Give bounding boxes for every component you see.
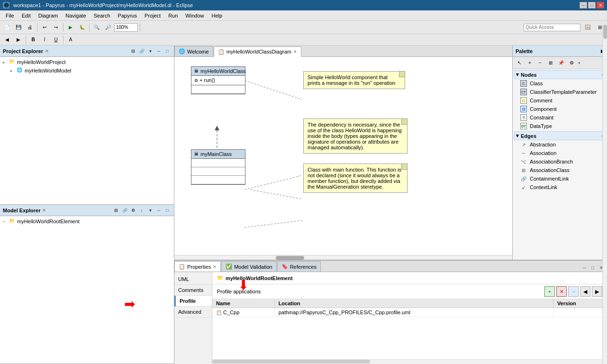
- me-sync-button[interactable]: 🔗: [121, 207, 128, 214]
- underline-button[interactable]: U: [51, 35, 61, 45]
- palette-item-association[interactable]: ─ Association: [514, 149, 606, 157]
- palette-item-class[interactable]: C Class: [514, 79, 606, 88]
- palette-item-constraint[interactable]: ? Constraint: [514, 113, 606, 122]
- palette-item-abstraction[interactable]: ↗ Abstraction: [514, 140, 606, 149]
- new-button[interactable]: 📄: [2, 22, 12, 33]
- menu-navigate[interactable]: Navigate: [62, 10, 90, 20]
- me-view-button[interactable]: ▾: [146, 207, 154, 214]
- model-root-item[interactable]: ─ 📁 myHelloWorldRootElement: [1, 217, 173, 226]
- uml-class-main[interactable]: 🏛 myMainClass: [191, 149, 245, 185]
- palette-item-assocclass[interactable]: ⊞ AssociationClass: [514, 166, 606, 174]
- minimize-panel-button[interactable]: ─: [155, 47, 163, 55]
- zoom-input[interactable]: [114, 23, 138, 32]
- menu-help[interactable]: Help: [208, 10, 226, 20]
- view-menu-button[interactable]: ▾: [146, 47, 154, 55]
- props-add-button[interactable]: +: [544, 286, 555, 297]
- palette-item-component[interactable]: ⊡ Component: [514, 105, 606, 113]
- debug-button[interactable]: 🐛: [77, 22, 87, 33]
- redo-button[interactable]: ↪: [51, 22, 61, 33]
- palette-settings-btn[interactable]: ⚙: [567, 58, 576, 68]
- diagram-hscroll[interactable]: [174, 255, 512, 260]
- palette-nodes-header[interactable]: ▾ Nodes «: [514, 70, 606, 79]
- palette-zoom-out-btn[interactable]: −: [535, 58, 545, 68]
- props-tab-uml[interactable]: UML: [174, 274, 212, 285]
- tab-welcome[interactable]: 🌐 Welcome: [174, 46, 213, 56]
- project-item-model[interactable]: ▸ 🌐 myHelloWorldModel: [1, 66, 173, 75]
- menu-edit[interactable]: Edit: [18, 10, 35, 20]
- me-maximize-button[interactable]: □: [163, 207, 171, 214]
- tab-diagram[interactable]: 📋 myHelloWorldClassDiagram ✕: [214, 46, 301, 57]
- me-sort-button[interactable]: ↕: [138, 207, 145, 214]
- palette-pin-btn[interactable]: 📌: [556, 58, 566, 68]
- maximize-panel-button[interactable]: □: [163, 47, 171, 55]
- props-remove-button[interactable]: ✕: [556, 286, 567, 297]
- props-right-button[interactable]: ▶: [592, 286, 602, 297]
- uml-class-helloworld[interactable]: 🏛 myHelloWorldClass ⚙ + run(): [191, 66, 245, 94]
- note-dependency[interactable]: The dependency is necessary, since the u…: [303, 118, 408, 154]
- tab-properties[interactable]: 📋 Properties ✕: [174, 261, 221, 272]
- palette-item-containment[interactable]: 🔗 ContainmentLink: [514, 174, 606, 183]
- zoom-out-button[interactable]: 🔎: [103, 22, 113, 33]
- bottom-minimize-btn[interactable]: ─: [580, 264, 588, 272]
- project-item-hello-world[interactable]: ▸ 📁 myHelloWorldProject: [1, 58, 173, 66]
- link-editor-button[interactable]: 🔗: [138, 47, 145, 55]
- tab-validation[interactable]: ✅ Model Validation: [221, 261, 277, 272]
- palette-item-classifier[interactable]: CT ClassifierTemplateParameter: [514, 88, 606, 96]
- palette-select-btn[interactable]: ↖: [515, 58, 524, 68]
- close-button[interactable]: ✕: [597, 2, 604, 9]
- run-button[interactable]: ▶: [65, 22, 76, 33]
- back-button[interactable]: ◀: [2, 35, 12, 45]
- props-tab-advanced[interactable]: Advanced: [174, 307, 212, 318]
- palette-item-comment[interactable]: □ Comment: [514, 96, 606, 105]
- menu-diagram[interactable]: Diagram: [35, 10, 62, 20]
- props-left-button[interactable]: ◀: [580, 286, 590, 297]
- bold-button[interactable]: B: [28, 35, 38, 45]
- menu-papyrus[interactable]: Papyrus: [114, 10, 141, 20]
- print-button[interactable]: 🖨: [25, 22, 35, 33]
- zoom-in-button[interactable]: 🔍: [91, 22, 102, 33]
- menu-search[interactable]: Search: [90, 10, 114, 20]
- props-tab-comments[interactable]: Comments: [174, 285, 212, 296]
- props-hscroll[interactable]: [212, 359, 607, 364]
- props-nav-button[interactable]: →: [568, 286, 579, 297]
- me-filter-button[interactable]: ⚙: [129, 207, 137, 214]
- palette-edges-header[interactable]: ▾ Edges «: [514, 131, 606, 140]
- menu-run[interactable]: Run: [164, 10, 181, 20]
- quick-access-input[interactable]: [524, 24, 580, 31]
- palette-vscroll-thumb[interactable]: [603, 25, 607, 39]
- palette-item-assocbranch[interactable]: ⌥ AssociationBranch: [514, 157, 606, 166]
- bottom-maximize-btn[interactable]: □: [589, 264, 597, 272]
- palette-zoom-in-btn[interactable]: +: [525, 58, 535, 68]
- italic-button[interactable]: I: [39, 35, 50, 45]
- save-button[interactable]: 💾: [13, 22, 24, 33]
- model-explorer-close-icon[interactable]: ✕: [42, 208, 46, 213]
- props-hscroll-thumb[interactable]: [212, 360, 370, 364]
- note-helloworld[interactable]: Simple HelloWorld component that prints …: [303, 71, 405, 89]
- font-button[interactable]: A: [65, 35, 76, 45]
- tab-references[interactable]: 🔖 References: [277, 261, 321, 272]
- tab-properties-close[interactable]: ✕: [213, 264, 217, 269]
- maximize-button[interactable]: □: [588, 2, 596, 9]
- collapse-all-button[interactable]: ⊟: [129, 47, 137, 55]
- perspective-button[interactable]: 🪟: [582, 22, 593, 33]
- palette-item-datatype[interactable]: DT DataType: [514, 122, 606, 130]
- me-collapse-button[interactable]: ⊟: [112, 207, 120, 214]
- project-explorer-close-icon[interactable]: ✕: [45, 49, 49, 54]
- undo-button[interactable]: ↩: [39, 22, 50, 33]
- minimize-button[interactable]: ─: [580, 2, 587, 9]
- forward-button[interactable]: ▶: [13, 35, 24, 45]
- note-mainclass[interactable]: Class with main function. This function …: [303, 164, 408, 193]
- palette-item-contextlink[interactable]: ↙ ContextLink: [514, 183, 606, 191]
- me-minimize-button[interactable]: ─: [155, 207, 163, 214]
- palette-vscroll[interactable]: [602, 24, 607, 364]
- palette-grid-btn[interactable]: ⊞: [546, 58, 555, 68]
- menu-project[interactable]: Project: [141, 10, 164, 20]
- palette-settings-arrow[interactable]: ▾: [578, 61, 580, 65]
- props-tab-profile[interactable]: Profile: [174, 296, 212, 307]
- diagram-area[interactable]: 🏛 myHelloWorldClass ⚙ + run(): [174, 57, 512, 255]
- menu-window[interactable]: Window: [181, 10, 208, 20]
- tab-diagram-close[interactable]: ✕: [293, 49, 297, 54]
- hscroll-thumb[interactable]: [276, 256, 304, 260]
- table-row[interactable]: 📋 C_Cpp pathmap://PapyrusC_Cpp_PROFILES/…: [212, 308, 607, 317]
- menu-file[interactable]: File: [2, 10, 18, 20]
